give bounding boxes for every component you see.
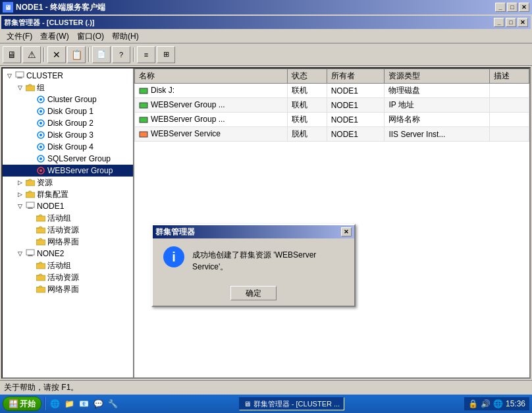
menu-view[interactable]: 查看(W) (36, 30, 72, 43)
toolbar-btn-delete[interactable]: ✕ (47, 46, 66, 63)
list-icon: ≡ (144, 51, 148, 59)
quick-launch-5[interactable]: 🔧 (106, 397, 119, 410)
group-folder-label: 组 (37, 82, 45, 94)
tree-node-node1[interactable]: ▽ NODE1 (3, 200, 133, 212)
dialog-close-btn[interactable]: ✕ (341, 227, 352, 236)
disk-group-2-label: Disk Group 2 (47, 119, 93, 128)
toolbar-sep-1 (43, 47, 45, 62)
tree-node-cluster-group[interactable]: Cluster Group (3, 94, 133, 105)
tree-node-resources[interactable]: ▷ 资源 (3, 177, 133, 188)
tree-node-webserver-group[interactable]: WEBServer Group (3, 165, 133, 177)
toolbar-btn-4[interactable]: 📄 (92, 46, 111, 63)
sqlserver-group-icon (36, 153, 46, 164)
tree-node-node1-network[interactable]: 网络界面 (3, 236, 133, 248)
node1-icon (25, 201, 36, 211)
toolbar-btn-3[interactable]: 📋 (67, 46, 86, 63)
tree-node-node1-active-group[interactable]: 活动组 (3, 212, 133, 224)
cell-status: 联机 (287, 84, 327, 98)
resource-table: 名称 状态 所有者 资源类型 描述 Disk J:联机NODE1物理磁盘WEBS… (134, 69, 529, 142)
minimize-inner-btn[interactable]: _ (494, 18, 504, 27)
toolbar-btn-2[interactable]: ⚠ (22, 46, 41, 63)
svg-rect-19 (28, 208, 33, 209)
folder-group-icon (25, 82, 36, 93)
taskbar-running-items: 🖥 群集管理器 - [CLUSTER ... (239, 397, 344, 410)
toggle-node1[interactable]: ▽ (14, 203, 25, 209)
toolbar-btn-5[interactable]: ? (112, 46, 130, 63)
cell-owner: NODE1 (327, 127, 385, 142)
quick-launch-4[interactable]: 💬 (92, 397, 105, 410)
tree-node-none2[interactable]: ▽ NONE2 (3, 248, 133, 260)
close-outer-btn[interactable]: ✕ (519, 3, 529, 12)
tree-node-disk4[interactable]: Disk Group 4 (3, 141, 133, 153)
toggle-cluster[interactable]: ▽ (4, 72, 14, 79)
svg-rect-21 (28, 255, 32, 256)
col-status[interactable]: 状态 (287, 69, 327, 84)
dialog-box[interactable]: 群集管理器 ✕ i 成功地创建了群集资源 'WEBServer Service'… (151, 224, 356, 307)
table-row[interactable]: Disk J:联机NODE1物理磁盘 (135, 84, 529, 98)
toggle-none2[interactable]: ▽ (14, 250, 25, 257)
col-name[interactable]: 名称 (135, 69, 288, 84)
none2-active-res-label: 活动资源 (47, 272, 79, 283)
warning-icon: ⚠ (28, 49, 36, 60)
quick-launch-3[interactable]: 📧 (77, 397, 90, 410)
cluster-group-label: Cluster Group (47, 95, 97, 104)
toolbar-btn-list[interactable]: ≡ (137, 46, 155, 63)
maximize-inner-btn[interactable]: □ (506, 18, 516, 27)
svg-rect-18 (28, 207, 32, 208)
dialog-title: 群集管理器 (155, 227, 195, 238)
taskbar-item-icon: 🖥 (244, 400, 251, 408)
toggle-cluster-config[interactable]: ▷ (14, 191, 25, 198)
table-row[interactable]: WEBServer Group ...联机NODE1网络名称 (135, 113, 529, 127)
cell-name: WEBServer Group ... (135, 113, 288, 127)
tree-node-sqlserver[interactable]: SQLServer Group (3, 153, 133, 165)
none2-network-label: 网络界面 (47, 284, 79, 295)
tree-panel: ▽ CLUSTER ▽ 组 (3, 69, 134, 377)
disk-group-3-label: Disk Group 3 (47, 130, 93, 140)
tree-node-none2-active-res[interactable]: 活动资源 (3, 271, 133, 283)
tray-icon-1: 🔒 (468, 399, 478, 408)
taskbar-sep (44, 397, 45, 410)
menu-file[interactable]: 文件(F) (3, 30, 36, 43)
close-inner-btn[interactable]: ✕ (518, 18, 528, 27)
windows-icon: 🪟 (9, 399, 18, 408)
tree-node-cluster[interactable]: ▽ CLUSTER (3, 70, 133, 82)
status-text: 关于帮助，请按 F1。 (4, 382, 78, 393)
menu-help[interactable]: 帮助(H) (108, 30, 143, 43)
menu-window[interactable]: 窗口(O) (73, 30, 108, 43)
tree-node-disk3[interactable]: Disk Group 3 (3, 129, 133, 141)
maximize-outer-btn[interactable]: □ (507, 3, 518, 12)
tree-node-group[interactable]: ▽ 组 (3, 82, 133, 94)
computer-icon (14, 70, 25, 81)
col-type[interactable]: 资源类型 (385, 69, 490, 84)
quick-launch-2[interactable]: 📁 (63, 397, 76, 410)
tree-node-none2-network[interactable]: 网络界面 (3, 283, 133, 295)
dialog-ok-btn[interactable]: 确定 (230, 286, 277, 300)
col-owner[interactable]: 所有者 (327, 69, 385, 84)
taskbar-cluster-manager[interactable]: 🖥 群集管理器 - [CLUSTER ... (239, 397, 344, 410)
svg-rect-0 (16, 72, 24, 77)
toggle-group[interactable]: ▽ (14, 84, 25, 91)
resources-label: 资源 (37, 177, 53, 188)
tree-node-node1-active-res[interactable]: 活动资源 (3, 224, 133, 236)
node1-label: NODE1 (37, 202, 64, 211)
table-row[interactable]: WEBServer Group ...联机NODE1IP 地址 (135, 98, 529, 113)
dialog-content: i 成功地创建了群集资源 'WEBServer Service'。 (153, 238, 354, 281)
minimize-outer-btn[interactable]: _ (495, 3, 506, 12)
tree-node-disk2[interactable]: Disk Group 2 (3, 117, 133, 129)
cluster-group-icon (36, 94, 46, 105)
tree-node-disk1[interactable]: Disk Group 1 (3, 105, 133, 117)
svg-rect-17 (26, 202, 34, 207)
toggle-resources[interactable]: ▷ (14, 179, 25, 186)
disk-group-1-label: Disk Group 1 (47, 107, 93, 116)
toolbar-sep-2 (88, 47, 90, 62)
tree-node-cluster-config[interactable]: ▷ 群集配置 (3, 188, 133, 200)
tree-node-none2-active-group[interactable]: 活动组 (3, 260, 133, 271)
none2-active-group-label: 活动组 (47, 260, 71, 271)
resources-icon (25, 177, 36, 188)
toolbar-btn-detail[interactable]: ⊞ (157, 46, 175, 63)
toolbar-btn-1[interactable]: 🖥 (3, 46, 21, 63)
quick-launch-1[interactable]: 🌐 (48, 397, 61, 410)
table-row[interactable]: WEBServer Service脱机NODE1IIS Server Inst.… (135, 127, 529, 142)
start-button[interactable]: 🪟 开始 (3, 397, 41, 411)
col-desc[interactable]: 描述 (490, 69, 529, 84)
